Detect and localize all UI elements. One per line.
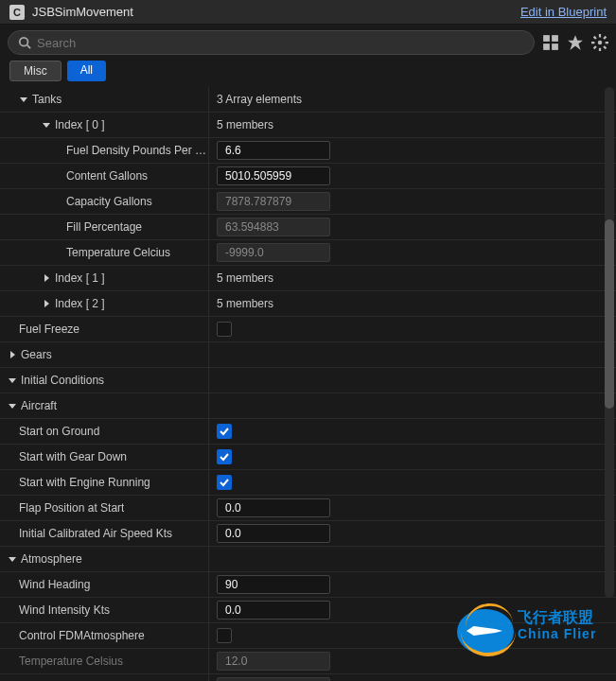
- prop-start-engine-running: Start with Engine Running: [0, 470, 616, 496]
- chevron-down-icon[interactable]: [19, 95, 28, 104]
- prop-label: Temperature Celsius: [19, 655, 123, 668]
- atmo-temp-value: [217, 652, 330, 671]
- prop-atmo-temp-celsius: Temperature Celsius: [0, 649, 616, 674]
- svg-marker-10: [44, 274, 49, 282]
- flap-position-input[interactable]: [217, 498, 330, 517]
- chevron-right-icon[interactable]: [42, 299, 51, 308]
- svg-rect-4: [543, 44, 550, 50]
- category-label: Initial Conditions: [21, 374, 104, 387]
- temperature-value: [217, 243, 330, 262]
- tab-all[interactable]: All: [67, 61, 106, 81]
- svg-rect-2: [543, 35, 550, 42]
- pressure-value: [217, 677, 330, 681]
- category-label: Atmosphere: [21, 552, 82, 566]
- index-label: Index [ 1 ]: [55, 271, 105, 285]
- category-tanks[interactable]: Tanks 3 Array elements: [0, 87, 616, 113]
- category-gears[interactable]: Gears: [0, 342, 616, 368]
- svg-marker-11: [44, 300, 49, 307]
- prop-label: Content Gallons: [66, 169, 148, 183]
- prop-control-fdm-atmosphere: Control FDMAtmosphere: [0, 623, 616, 649]
- prop-label: Start with Engine Running: [19, 476, 150, 489]
- svg-marker-6: [568, 35, 583, 50]
- search-field-wrapper[interactable]: [8, 30, 535, 55]
- prop-fuel-freeze: Fuel Freeze: [0, 317, 616, 342]
- prop-pressure-sea-level: Pressure Sea Levelh Pa: [0, 674, 616, 681]
- prop-label: Start on Ground: [19, 425, 99, 438]
- start-gear-down-checkbox[interactable]: [217, 449, 232, 464]
- svg-point-0: [20, 38, 28, 46]
- svg-line-1: [27, 45, 31, 49]
- edit-in-blueprint-link[interactable]: Edit in Blueprint: [520, 5, 607, 19]
- svg-marker-12: [10, 351, 15, 358]
- prop-label: Temperature Celcius: [66, 246, 170, 259]
- prop-flap-position: Flap Position at Start: [0, 496, 616, 521]
- svg-marker-15: [9, 557, 16, 562]
- chevron-down-icon[interactable]: [42, 120, 51, 130]
- svg-marker-13: [9, 378, 16, 383]
- filter-tabs: Misc All: [0, 61, 616, 87]
- prop-wind-intensity: Wind Intensity Kts: [0, 598, 616, 623]
- members-count: 5 members: [217, 118, 273, 131]
- star-icon[interactable]: [567, 34, 584, 51]
- prop-label: Control FDMAtmosphere: [19, 629, 145, 642]
- svg-marker-9: [43, 123, 50, 128]
- window-title: JSBSimMovement: [32, 5, 133, 19]
- svg-rect-3: [552, 35, 558, 42]
- title-bar: C JSBSimMovement Edit in Blueprint: [0, 0, 616, 25]
- search-icon: [18, 36, 31, 49]
- prop-label: Flap Position at Start: [19, 501, 124, 515]
- content-gallons-input[interactable]: [217, 166, 330, 185]
- svg-marker-14: [9, 404, 16, 409]
- chevron-down-icon[interactable]: [8, 554, 17, 564]
- prop-label: Initial Calibrated Air Speed Kts: [19, 527, 172, 540]
- category-label: Gears: [21, 348, 52, 361]
- index-label: Index [ 2 ]: [55, 297, 105, 310]
- category-aircraft[interactable]: Aircraft: [0, 393, 616, 419]
- array-item-1[interactable]: Index [ 1 ] 5 members: [0, 266, 616, 291]
- control-fdm-checkbox[interactable]: [217, 628, 232, 643]
- initial-cas-input[interactable]: [217, 524, 330, 543]
- gear-icon[interactable]: [591, 34, 608, 51]
- category-label: Aircraft: [21, 399, 57, 412]
- prop-start-gear-down: Start with Gear Down: [0, 445, 616, 470]
- prop-label: Fuel Density Pounds Per Gall...: [66, 144, 208, 157]
- prop-content-gallons: Content Gallons: [0, 164, 616, 189]
- search-input[interactable]: [37, 36, 524, 50]
- index-label: Index [ 0 ]: [55, 118, 105, 131]
- chevron-down-icon[interactable]: [8, 375, 17, 385]
- svg-marker-8: [20, 97, 27, 102]
- members-count: 5 members: [217, 271, 273, 285]
- chevron-right-icon[interactable]: [42, 273, 51, 283]
- category-label: Tanks: [32, 93, 62, 106]
- start-on-ground-checkbox[interactable]: [217, 424, 232, 439]
- wind-heading-input[interactable]: [217, 575, 330, 594]
- array-item-0[interactable]: Index [ 0 ] 5 members: [0, 113, 616, 138]
- capacity-gallons-value: [217, 192, 330, 211]
- start-engine-checkbox[interactable]: [217, 475, 232, 490]
- prop-label: Capacity Gallons: [66, 195, 152, 208]
- wind-intensity-input[interactable]: [217, 601, 330, 620]
- fill-percentage-value: [217, 218, 330, 236]
- tab-misc[interactable]: Misc: [9, 61, 62, 81]
- prop-wind-heading: Wind Heading: [0, 572, 616, 598]
- chevron-right-icon[interactable]: [8, 350, 17, 359]
- array-item-2[interactable]: Index [ 2 ] 5 members: [0, 291, 616, 317]
- prop-label: Wind Intensity Kts: [19, 603, 110, 617]
- prop-capacity-gallons: Capacity Gallons: [0, 189, 616, 215]
- array-summary: 3 Array elements: [217, 93, 302, 106]
- chevron-down-icon[interactable]: [8, 401, 17, 410]
- prop-initial-cas: Initial Calibrated Air Speed Kts: [0, 521, 616, 547]
- prop-label: Fuel Freeze: [19, 323, 79, 336]
- prop-fuel-density: Fuel Density Pounds Per Gall...: [0, 138, 616, 164]
- grid-view-icon[interactable]: [542, 34, 559, 51]
- prop-start-on-ground: Start on Ground: [0, 419, 616, 445]
- fuel-density-input[interactable]: [217, 141, 330, 160]
- prop-label: Start with Gear Down: [19, 450, 127, 463]
- scrollbar-thumb[interactable]: [605, 219, 614, 409]
- prop-label: Wind Heading: [19, 578, 90, 591]
- toolbar: [0, 25, 616, 61]
- fuel-freeze-checkbox[interactable]: [217, 322, 232, 337]
- category-atmosphere[interactable]: Atmosphere: [0, 547, 616, 572]
- category-initial-conditions[interactable]: Initial Conditions: [0, 368, 616, 393]
- members-count: 5 members: [217, 297, 273, 310]
